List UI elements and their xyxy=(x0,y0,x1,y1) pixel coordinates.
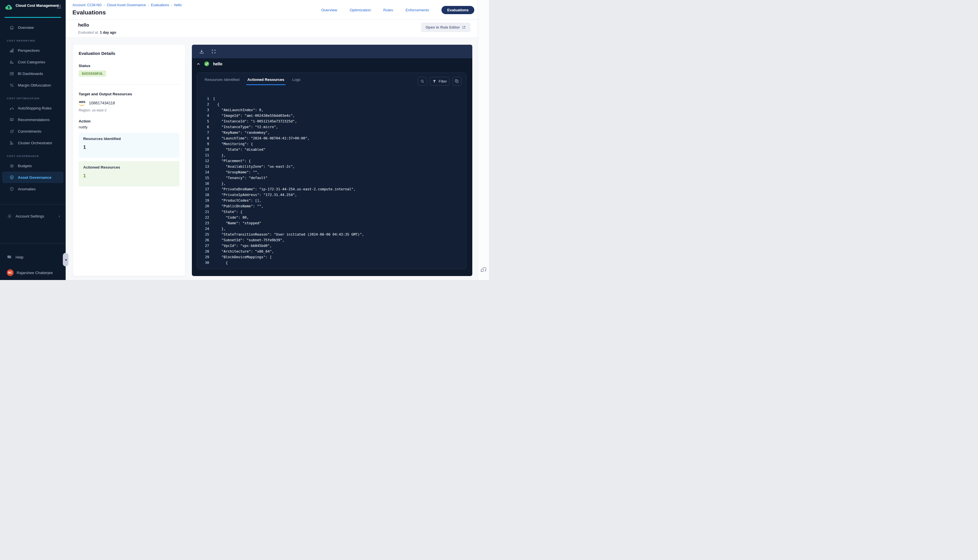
tab-actioned-resources[interactable]: Actioned Resources xyxy=(247,77,284,85)
copy-icon xyxy=(455,79,459,83)
code-line: 4 "ImageId": "ami-002438e556dd03e4c", xyxy=(197,113,466,118)
code-line: 14 "GroupName": "", xyxy=(197,169,466,175)
region: Region: us-east-2 xyxy=(78,108,179,112)
metric-actioned-resources[interactable]: Actioned Resources 1 xyxy=(78,161,179,187)
clock-cycle-icon xyxy=(9,129,14,134)
resources-card: Resources IdentifiedActioned ResourcesLo… xyxy=(197,73,466,269)
metric-value: 1 xyxy=(83,145,175,150)
sidebar-section-cost-optimization: COST OPTIMIZATION xyxy=(0,91,66,102)
breadcrumb-link-evaluations[interactable]: Evaluations xyxy=(151,3,169,7)
module-accent-bar xyxy=(5,17,61,18)
breadcrumb-link-cloud-asset-governance[interactable]: Cloud Asset Governance xyxy=(107,3,146,7)
right-gutter xyxy=(478,0,489,280)
line-number: 25 xyxy=(197,232,209,237)
page-header: Account: CCM-NG›Cloud Asset Governance›E… xyxy=(66,0,478,20)
topnav-optimization[interactable]: Optimization xyxy=(349,8,371,12)
evaluation-name: hello xyxy=(78,22,89,28)
code-line: 27 "VpcId": "vpc-bb845bd0", xyxy=(197,243,466,248)
sidebar-item-account-settings[interactable]: Account Settings › xyxy=(0,211,66,221)
copy-button[interactable] xyxy=(452,77,462,86)
sidebar-item-label: Anomalies xyxy=(18,187,36,191)
shield-dollar-icon: $ xyxy=(9,175,14,180)
search-button[interactable] xyxy=(418,77,427,86)
sidebar-item-label: Recommendations xyxy=(18,118,50,122)
tab-resources-identified[interactable]: Resources Identified xyxy=(205,77,239,85)
chevron-up-icon[interactable] xyxy=(196,62,200,66)
topnav-rules[interactable]: Rules xyxy=(383,8,393,12)
sidebar-item-autostopping-rules[interactable]: AutoStopping Rules xyxy=(2,102,63,114)
sidebar-item-asset-governance[interactable]: $Asset Governance xyxy=(2,172,63,183)
code-line: 10 "State": "disabled" xyxy=(197,147,466,152)
evaluation-details-card: Evaluation Details Status SUCCESSFUL Tar… xyxy=(73,45,185,276)
check-circle-icon xyxy=(204,61,209,67)
code-line: 1[ xyxy=(197,96,466,102)
line-number: 29 xyxy=(197,254,209,260)
breadcrumb-separator: › xyxy=(148,3,149,7)
sidebar-item-label: Help xyxy=(15,255,23,259)
line-number: 5 xyxy=(197,118,209,124)
sidebar-item-cost-categories[interactable]: Cost Categories xyxy=(2,56,63,68)
shield-alert-icon: ! xyxy=(9,187,14,192)
line-number: 6 xyxy=(197,124,209,130)
filter-button[interactable]: Filter xyxy=(430,77,449,86)
breadcrumb: Account: CCM-NG›Cloud Asset Governance›E… xyxy=(72,3,182,7)
line-number: 23 xyxy=(197,220,209,226)
tab-logs[interactable]: Logs xyxy=(292,77,300,85)
autostop-icon xyxy=(9,106,14,111)
content-area: Evaluation Details Status SUCCESSFUL Tar… xyxy=(66,38,478,280)
sidebar-item-perspectives[interactable]: Perspectives xyxy=(2,45,63,56)
sidebar-divider xyxy=(0,204,66,205)
metric-boxes: Resources Identified 1 Actioned Resource… xyxy=(78,133,179,187)
code-line: 28 "Architecture": "x86_64", xyxy=(197,248,466,254)
code-line: 3 "AmiLaunchIndex": 0, xyxy=(197,107,466,113)
code-line: 23 "Name": "stopped" xyxy=(197,220,466,226)
line-number: 2 xyxy=(197,102,209,107)
sidebar-item-margin-obfuscation[interactable]: Margin Obfuscation xyxy=(2,80,63,91)
fullscreen-icon[interactable] xyxy=(211,49,216,54)
code-line: 13 "AvailabilityZone": "us-east-2c", xyxy=(197,164,466,169)
line-number: 12 xyxy=(197,158,209,164)
code-line: 24 }, xyxy=(197,226,466,232)
aws-logo-icon: aws xyxy=(78,101,86,105)
sidebar-section-cost-reporting: COST REPORTING xyxy=(0,33,66,44)
metric-value: 1 xyxy=(83,173,175,179)
breadcrumb-link-account-ccm-ng[interactable]: Account: CCM-NG xyxy=(72,3,102,7)
open-in-rule-editor-button[interactable]: Open in Rule Editor xyxy=(421,23,470,32)
sidebar-item-budgets[interactable]: Budgets xyxy=(2,160,63,172)
search-icon xyxy=(420,79,424,83)
sidebar-section-cost-governance: COST GOVERNANCE xyxy=(0,149,66,160)
user-profile[interactable]: RC Rajarshee Chatterjee xyxy=(0,268,66,278)
sidebar-item-recommendations[interactable]: Recommendations xyxy=(2,114,63,125)
evaluation-subheader: hello Evaluated at:1 day ago Open in Rul… xyxy=(66,20,478,38)
line-number: 9 xyxy=(197,141,209,147)
sidebar-collapse-handle[interactable]: ◀ xyxy=(63,253,68,267)
gear-icon xyxy=(7,214,12,218)
sidebar-item-anomalies[interactable]: !Anomalies xyxy=(2,183,63,195)
json-code-viewer[interactable]: 1[ 2 { 3 "AmiLaunchIndex": 0, 4 "ImageId… xyxy=(197,96,466,269)
download-icon[interactable] xyxy=(199,49,204,54)
metric-resources-identified[interactable]: Resources Identified 1 xyxy=(78,133,179,158)
code-line: 7 "KeyName": "randomkey", xyxy=(197,130,466,135)
output-toolbar xyxy=(192,45,472,58)
sidebar-item-label: Cost Categories xyxy=(18,60,45,64)
topnav-enforcements[interactable]: Enforcements xyxy=(406,8,429,12)
sidebar-divider xyxy=(0,243,66,243)
sidebar-item-bi-dashboards[interactable]: BI Dashboards xyxy=(2,68,63,79)
code-line: 26 "SubnetId": "subnet-75fe9b39", xyxy=(197,237,466,243)
line-number: 24 xyxy=(197,226,209,232)
breadcrumb-separator: › xyxy=(104,3,105,7)
topnav-evaluations[interactable]: Evaluations xyxy=(441,6,474,14)
topnav-overview[interactable]: Overview xyxy=(321,8,337,12)
svg-text:$: $ xyxy=(8,5,10,9)
support-chat-icon[interactable] xyxy=(480,267,487,273)
svg-text:$: $ xyxy=(11,176,12,178)
sidebar-item-commitments[interactable]: Commitments xyxy=(2,125,63,137)
sidebar-item-overview[interactable]: Overview xyxy=(2,22,63,33)
sidebar-item-cluster-orchestrator[interactable]: Cluster Orchestrator xyxy=(2,137,63,148)
breadcrumb-link-hello[interactable]: hello xyxy=(174,3,181,7)
sidebar-item-help[interactable]: ? Help xyxy=(0,252,66,262)
evaluation-output-panel: hello Resources IdentifiedActioned Resou… xyxy=(192,45,472,276)
page-title: Evaluations xyxy=(72,9,106,16)
code-line: 2 { xyxy=(197,102,466,107)
app-grid-menu-icon[interactable] xyxy=(57,5,61,9)
